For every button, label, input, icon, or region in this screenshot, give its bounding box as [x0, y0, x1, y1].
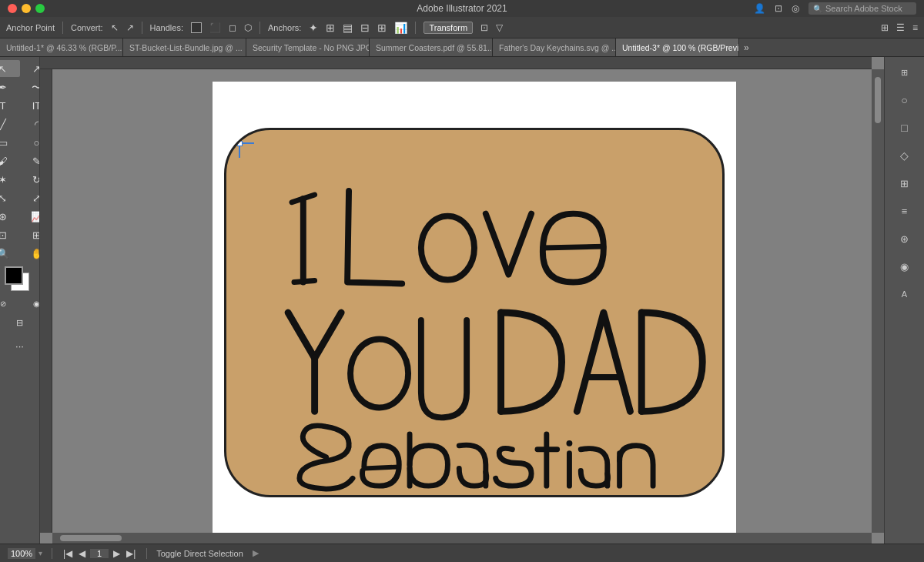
convert-icon1[interactable]: ↖ [111, 22, 119, 33]
more-icon[interactable]: ≡ [912, 22, 918, 33]
scroll-v-thumb[interactable] [875, 77, 881, 123]
anchors-icon3[interactable]: ▤ [343, 22, 353, 34]
transform-icon2[interactable]: ▽ [496, 22, 503, 33]
page-input[interactable] [90, 549, 109, 558]
graphic-styles-btn[interactable]: ◉ [892, 254, 917, 279]
handles-icon1[interactable]: ⬛ [209, 22, 221, 33]
tab-bucket[interactable]: ST-Bucket-List-Bundle.jpg @ ... ✕ [123, 38, 246, 57]
screen-mode[interactable]: ⊟ [3, 314, 37, 331]
last-page-btn[interactable]: ▶| [125, 548, 137, 559]
arrange-icon[interactable]: ☰ [896, 22, 905, 33]
tab-coasters[interactable]: Summer Coasters.pdf @ 55.81... ✕ [370, 38, 493, 57]
pen-tool[interactable]: ✒ [0, 79, 20, 95]
color-icon: ◉ [33, 300, 40, 308]
window-icon[interactable]: ⊡ [775, 3, 782, 14]
line-tools: ╱ ◜ [0, 115, 40, 132]
anchor-point-label: Anchor Point [6, 23, 55, 32]
keychain-card [224, 128, 725, 497]
foreground-color[interactable] [5, 266, 23, 285]
anchors-icon2[interactable]: ⊞ [326, 22, 335, 34]
transform-button[interactable]: Transform [424, 22, 473, 34]
shapebuilder-btn[interactable]: ◇ [892, 143, 917, 168]
status-arrow: ▶ [253, 548, 259, 558]
scroll-h-thumb[interactable] [60, 535, 122, 541]
scroll-v[interactable] [872, 69, 884, 533]
scale-tool[interactable]: ⤡ [0, 189, 20, 206]
tab-untitled3[interactable]: Untitled-3* @ 100 % (RGB/Preview) ✕ [616, 38, 739, 57]
page-nav: |◀ ◀ ▶ ▶| [62, 548, 137, 559]
touch-type-icon: IT [32, 101, 40, 111]
bottom-sep2 [146, 548, 147, 559]
hand-tool[interactable]: ✋ [20, 245, 41, 262]
next-page-btn[interactable]: ▶ [112, 548, 122, 559]
slice-tool[interactable]: ⊞ [20, 226, 41, 243]
anchors-icon6[interactable]: 📊 [394, 22, 407, 34]
rect-tool[interactable]: ▭ [0, 134, 20, 151]
minimize-button[interactable] [22, 4, 31, 13]
symbol-sprayer[interactable]: ⊛ [0, 208, 20, 225]
color-mode[interactable]: ◉ [20, 296, 41, 313]
curvature-tool[interactable]: 〜 [20, 79, 41, 95]
panel-toggle-icon[interactable]: ⊞ [881, 22, 889, 33]
zoom-chevron[interactable]: ▾ [38, 549, 42, 557]
line-tool[interactable]: ╱ [0, 115, 20, 132]
paintbrush-tool[interactable]: 🖌 [0, 152, 20, 169]
shaper-tool[interactable]: ✶ [0, 171, 20, 188]
anchors-icon4[interactable]: ⊟ [360, 22, 370, 34]
tabs-overflow-btn[interactable]: » [739, 42, 754, 53]
close-button[interactable] [8, 4, 17, 13]
maximize-button[interactable] [35, 4, 45, 13]
convert-icon2[interactable]: ↗ [126, 22, 134, 33]
zoom-tools: 🔍 ✋ [0, 245, 40, 262]
anchors-icon5[interactable]: ⊞ [377, 22, 387, 34]
svg-point-1 [350, 340, 408, 408]
handles-icon2[interactable]: ◻ [229, 22, 236, 33]
zoom-input[interactable] [8, 548, 35, 559]
anchors-icon1[interactable]: ✦ [309, 22, 318, 34]
location-icon[interactable]: ◎ [792, 3, 799, 14]
handles-color-swatch[interactable] [191, 22, 202, 33]
tab-security[interactable]: Security Template - No PNG JPG.ai* ✕ [246, 38, 370, 57]
scroll-area[interactable] [52, 69, 884, 544]
zoom-tool[interactable]: 🔍 [0, 245, 20, 262]
first-page-btn[interactable]: |◀ [62, 548, 74, 559]
search-bar[interactable]: 🔍 Search Adobe Stock [808, 2, 916, 15]
toolbar: Anchor Point Convert: ↖ ↗ Handles: ⬛ ◻ ⬡… [0, 17, 924, 38]
direct-selection-tool[interactable]: ↗ [20, 60, 41, 77]
right-panel: ⊞ ○ □ ◇ ⊞ ≡ ⊛ ◉ A [884, 57, 924, 544]
ellipse-tool[interactable]: ○ [20, 134, 41, 151]
arc-tool[interactable]: ◜ [20, 115, 41, 132]
prev-page-btn[interactable]: ◀ [77, 548, 87, 559]
none-fill[interactable]: ⊘ [0, 296, 20, 313]
pencil-icon: ✎ [32, 156, 40, 166]
handles-icon3[interactable]: ⬡ [244, 22, 252, 33]
symbols-btn[interactable]: ⊛ [892, 226, 917, 251]
shaper-icon: ✶ [0, 175, 7, 185]
transform-icon1[interactable]: ⊡ [480, 22, 488, 33]
appearance-btn[interactable]: A [892, 282, 917, 306]
type-tool[interactable]: T [0, 97, 20, 114]
pathfinder-btn[interactable]: □ [892, 115, 917, 140]
selection-icon: ↖ [0, 64, 7, 74]
more-tools[interactable]: ··· [3, 337, 37, 354]
pencil-tool[interactable]: ✎ [20, 152, 41, 169]
rotate-tool[interactable]: ↻ [20, 171, 41, 188]
warp-tool[interactable]: ⤢ [20, 189, 41, 206]
tab-fathers-day[interactable]: Father's Day Keychains.svg @ ... ✕ [493, 38, 616, 57]
app-title: Adobe Illustrator 2021 [417, 3, 507, 14]
column-graph[interactable]: 📈 [20, 208, 41, 225]
touch-type-tool[interactable]: IT [20, 97, 41, 114]
align-panel-btn[interactable]: ⊞ [892, 60, 917, 85]
brushes-btn[interactable]: ≡ [892, 199, 917, 223]
user-icon[interactable]: 👤 [754, 3, 765, 14]
handwritten-text-svg [226, 130, 722, 495]
transform-panel-btn[interactable]: ○ [892, 88, 917, 112]
none-icon: ⊘ [0, 300, 6, 308]
tab-untitled1[interactable]: Untitled-1* @ 46.33 % (RGB/P... ✕ [0, 38, 123, 57]
scroll-h[interactable] [52, 533, 872, 544]
page-indicator [90, 549, 109, 558]
selection-tool[interactable]: ↖ [0, 60, 20, 77]
ruler-left [40, 69, 52, 533]
swatches-btn[interactable]: ⊞ [892, 171, 917, 196]
artboard-tool[interactable]: ⊡ [0, 226, 20, 243]
